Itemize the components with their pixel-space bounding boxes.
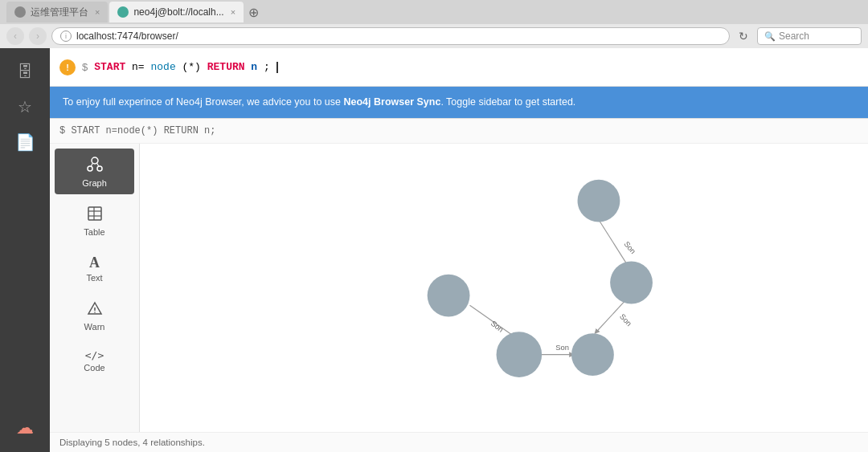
- table-tab-label: Table: [84, 227, 104, 237]
- tab-bar: 运维管理平台 × neo4j@bolt://localh... × ⊕: [0, 0, 868, 24]
- svg-point-2: [97, 166, 102, 171]
- code-tab-label: Code: [84, 363, 104, 373]
- tab-table[interactable]: Table: [55, 199, 134, 243]
- banner-suffix: . Toggle sidebar to get started.: [440, 96, 575, 108]
- edge-label-4: Son: [555, 343, 569, 352]
- text-tab-label: Text: [86, 273, 102, 283]
- query-semi: ;: [264, 61, 270, 73]
- graph-node-4[interactable]: [497, 332, 542, 377]
- status-bar: Displaying 5 nodes, 4 relationships.: [50, 432, 868, 452]
- tab-text[interactable]: A Text: [55, 248, 134, 289]
- query-paren: (*): [182, 61, 207, 73]
- svg-rect-5: [88, 207, 101, 220]
- edge-label-2: Son: [618, 312, 633, 328]
- cursor: [276, 62, 278, 73]
- query-var: n=: [132, 61, 145, 73]
- url-text: localhost:7474/browser/: [76, 31, 178, 42]
- banner-highlight: Neo4j Browser Sync: [344, 96, 441, 108]
- result-body: Graph Table A Text: [50, 144, 868, 432]
- keyword-return: RETURN: [207, 61, 245, 73]
- sidebar-item-docs[interactable]: 📄: [9, 127, 41, 159]
- result-header: $ START n=node(*) RETURN n;: [50, 119, 868, 144]
- table-tab-icon: [87, 206, 103, 226]
- back-button[interactable]: ‹: [6, 27, 24, 45]
- tab-favicon-2: [117, 6, 129, 18]
- star-icon: ☆: [18, 97, 32, 116]
- tab-close-2[interactable]: ×: [231, 7, 235, 17]
- neo4j-content: ! $ START n= node (*) RETURN n ; To enjo…: [50, 48, 868, 452]
- text-tab-icon: A: [89, 255, 100, 271]
- query-display: START n= node (*) RETURN n ;: [94, 61, 277, 73]
- search-box[interactable]: 🔍 Search: [757, 27, 862, 45]
- query-bar: ! $ START n= node (*) RETURN n ;: [50, 48, 868, 87]
- url-bar[interactable]: i localhost:7474/browser/: [51, 27, 730, 45]
- main-layout: 🗄 ☆ 📄 ☁ ! $ START n= node (*) RETURN n: [0, 48, 868, 452]
- keyword-start: START: [94, 61, 125, 73]
- security-icon: i: [60, 31, 72, 42]
- result-header-dollar: $: [59, 125, 65, 136]
- forward-button[interactable]: ›: [29, 27, 47, 45]
- tab-code[interactable]: </> Code: [55, 343, 134, 379]
- app-sidebar: 🗄 ☆ 📄 ☁: [0, 48, 50, 452]
- sidebar-item-favorites[interactable]: ☆: [9, 92, 41, 124]
- svg-point-11: [94, 312, 96, 313]
- graph-node-5[interactable]: [571, 333, 614, 376]
- graph-nodes[interactable]: [428, 179, 653, 377]
- document-icon: 📄: [15, 132, 35, 152]
- sidebar-item-cloud[interactable]: ☁: [9, 412, 41, 444]
- sidebar-item-database[interactable]: 🗄: [9, 56, 41, 88]
- search-placeholder: Search: [779, 31, 809, 42]
- tab-ops-platform[interactable]: 运维管理平台 ×: [6, 2, 108, 22]
- tab-favicon-1: [14, 6, 26, 18]
- new-tab-button[interactable]: ⊕: [248, 5, 259, 20]
- graph-svg: Son Son Son Son: [140, 144, 868, 432]
- result-panel: $ START n=node(*) RETURN n; Graph: [50, 118, 868, 452]
- status-text: Displaying 5 nodes, 4 relationships.: [59, 438, 205, 447]
- result-sidebar: Graph Table A Text: [50, 144, 140, 432]
- tab-graph[interactable]: Graph: [55, 149, 134, 194]
- graph-tab-icon: [86, 155, 104, 177]
- svg-point-0: [92, 157, 98, 164]
- svg-line-3: [91, 163, 93, 167]
- tab-ops-label: 运维管理平台: [31, 6, 88, 19]
- code-tab-icon: </>: [85, 349, 104, 361]
- address-bar: ‹ › i localhost:7474/browser/ ↻ 🔍 Search: [0, 24, 868, 48]
- tab-neo4j[interactable]: neo4j@bolt://localh... ×: [109, 2, 244, 22]
- query-dollar: $: [82, 61, 88, 73]
- database-icon: 🗄: [17, 63, 33, 81]
- edge-label-1: Son: [623, 239, 638, 255]
- graph-node-2[interactable]: [610, 261, 653, 303]
- svg-point-1: [88, 166, 92, 171]
- warning-icon: !: [59, 59, 76, 75]
- tab-close-1[interactable]: ×: [95, 7, 100, 17]
- cloud-icon: ☁: [16, 417, 34, 438]
- tab-warn[interactable]: Warn: [55, 294, 134, 338]
- tab-neo4j-label: neo4j@bolt://localh...: [133, 6, 223, 18]
- warning-symbol: !: [66, 63, 69, 72]
- graph-area: Son Son Son Son: [140, 144, 868, 432]
- warn-tab-icon: [87, 300, 103, 320]
- refresh-button[interactable]: ↻: [735, 27, 752, 45]
- graph-node-3[interactable]: [428, 274, 470, 316]
- search-icon: 🔍: [764, 31, 776, 42]
- banner-prefix: To enjoy full experince of Neo4j Browser…: [63, 96, 344, 108]
- svg-line-4: [96, 163, 99, 167]
- graph-node-1[interactable]: [578, 179, 620, 222]
- param-n: n: [251, 61, 257, 73]
- func-node: node: [150, 61, 175, 73]
- info-banner: To enjoy full experince of Neo4j Browser…: [50, 87, 868, 118]
- graph-tab-label: Graph: [82, 178, 107, 188]
- result-header-query: START n=node(*) RETURN n;: [71, 125, 215, 136]
- browser-chrome: 运维管理平台 × neo4j@bolt://localh... × ⊕ ‹ › …: [0, 0, 868, 48]
- warn-tab-label: Warn: [84, 322, 105, 332]
